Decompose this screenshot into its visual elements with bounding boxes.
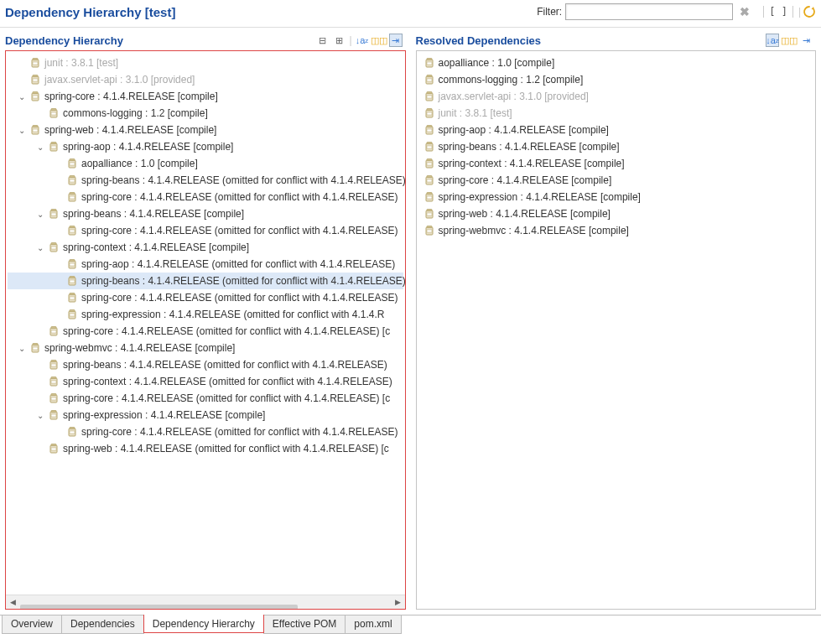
tree-row[interactable]: ⌄spring-core : 4.1.4.RELEASE [compile] — [8, 88, 403, 105]
expander-icon[interactable] — [53, 174, 65, 186]
filter-toolbar-icon[interactable]: ◫◫ — [782, 34, 796, 47]
link-icon[interactable]: ⇥ — [799, 34, 813, 47]
refresh-icon[interactable] — [803, 5, 816, 18]
tree-row[interactable]: ⌄spring-expression : 4.1.4.RELEASE [comp… — [8, 407, 403, 423]
expander-icon[interactable] — [34, 325, 46, 337]
tree-item-label: spring-core : 4.1.4.RELEASE (omitted for… — [81, 191, 398, 203]
tree-row[interactable]: commons-logging : 1.2 [compile] — [8, 105, 403, 122]
tree-item-label: spring-core : 4.1.4.RELEASE (omitted for… — [81, 426, 398, 438]
expander-icon[interactable] — [53, 275, 65, 287]
clear-filter-icon[interactable]: ✖ — [736, 5, 753, 18]
tree-row[interactable]: spring-core : 4.1.4.RELEASE (omitted for… — [8, 222, 403, 239]
list-item[interactable]: commons-logging : 1.2 [compile] — [418, 71, 814, 88]
tree-row[interactable]: ⌄spring-context : 4.1.4.RELEASE [compile… — [8, 239, 403, 256]
tree-row[interactable]: spring-core : 4.1.4.RELEASE (omitted for… — [8, 423, 403, 440]
tree-row[interactable]: spring-expression : 4.1.4.RELEASE (omitt… — [8, 306, 403, 323]
list-item-label: javax.servlet-api : 3.1.0 [provided] — [439, 91, 589, 102]
tree-row[interactable]: ⌄spring-webmvc : 4.1.4.RELEASE [compile] — [8, 340, 403, 356]
expander-icon[interactable] — [53, 426, 65, 438]
scroll-right-icon[interactable]: ▶ — [391, 595, 405, 610]
link-icon[interactable]: ⇥ — [389, 34, 403, 47]
jar-icon — [29, 57, 41, 69]
tree-row[interactable]: spring-aop : 4.1.4.RELEASE (omitted for … — [8, 256, 403, 273]
list-item[interactable]: spring-web : 4.1.4.RELEASE [compile] — [418, 205, 814, 222]
list-item[interactable]: spring-core : 4.1.4.RELEASE [compile] — [418, 172, 814, 189]
expander-icon[interactable]: ⌄ — [34, 409, 46, 421]
collapse-all-icon[interactable]: ⊟ — [315, 34, 329, 47]
tree-row[interactable]: ⌄spring-web : 4.1.4.RELEASE [compile] — [8, 122, 403, 138]
tree-row[interactable]: spring-beans : 4.1.4.RELEASE (omitted fo… — [8, 356, 403, 373]
expander-icon[interactable]: ⌄ — [16, 342, 28, 354]
expand-all-icon[interactable]: ⊞ — [332, 34, 346, 47]
tree-row[interactable]: aopalliance : 1.0 [compile] — [8, 155, 403, 172]
tree-row[interactable]: spring-web : 4.1.4.RELEASE (omitted for … — [8, 440, 403, 457]
jar-icon — [423, 141, 435, 153]
expander-icon[interactable] — [53, 309, 65, 320]
list-item[interactable]: spring-aop : 4.1.4.RELEASE [compile] — [418, 122, 814, 138]
list-item[interactable]: aopalliance : 1.0 [compile] — [418, 55, 814, 71]
expander-icon[interactable] — [53, 191, 65, 203]
tab-dependencies[interactable]: Dependencies — [61, 615, 144, 634]
resolved-dependencies-panel: Resolved Dependencies ↓az ◫◫ ⇥ aopallian… — [416, 33, 817, 610]
expander-icon[interactable] — [53, 292, 65, 304]
list-item[interactable]: spring-beans : 4.1.4.RELEASE [compile] — [418, 138, 814, 155]
expander-icon[interactable] — [16, 74, 28, 86]
list-item[interactable]: spring-context : 4.1.4.RELEASE [compile] — [418, 155, 814, 172]
tab-overview[interactable]: Overview — [2, 615, 62, 634]
jar-icon — [48, 409, 60, 421]
jar-icon — [29, 124, 41, 136]
left-tree-body[interactable]: junit : 3.8.1 [test]javax.servlet-api : … — [5, 50, 406, 610]
jar-icon — [48, 141, 60, 153]
jar-icon — [423, 191, 435, 203]
expander-icon[interactable]: ⌄ — [34, 208, 46, 220]
expander-icon[interactable]: ⌄ — [16, 91, 28, 102]
filter-toolbar-icon[interactable]: ◫◫ — [372, 34, 386, 47]
tree-item-label: javax.servlet-api : 3.1.0 [provided] — [44, 74, 195, 86]
tree-row[interactable]: spring-core : 4.1.4.RELEASE (omitted for… — [8, 289, 403, 306]
tab-pom.xml[interactable]: pom.xml — [345, 615, 401, 634]
tree-item-label: spring-context : 4.1.4.RELEASE [compile] — [63, 242, 249, 253]
scrollbar-thumb[interactable] — [20, 605, 298, 610]
jar-icon — [66, 191, 78, 203]
expander-icon[interactable] — [34, 443, 46, 454]
tab-dependency-hierarchy[interactable]: Dependency Hierarchy — [143, 615, 264, 633]
expander-icon[interactable] — [34, 376, 46, 387]
expand-brackets-icon[interactable]: [ ] — [763, 6, 793, 18]
right-list-body[interactable]: aopalliance : 1.0 [compile]commons-loggi… — [416, 50, 817, 610]
tree-row[interactable]: ⌄spring-beans : 4.1.4.RELEASE [compile] — [8, 205, 403, 222]
list-item[interactable]: spring-expression : 4.1.4.RELEASE [compi… — [418, 189, 814, 205]
expander-icon[interactable] — [53, 225, 65, 236]
expander-icon[interactable]: ⌄ — [34, 242, 46, 253]
tree-row[interactable]: spring-beans : 4.1.4.RELEASE (omitted fo… — [8, 273, 403, 289]
expander-icon[interactable] — [53, 258, 65, 270]
tree-row[interactable]: javax.servlet-api : 3.1.0 [provided] — [8, 71, 403, 88]
expander-icon[interactable] — [34, 392, 46, 404]
expander-icon[interactable]: ⌄ — [34, 141, 46, 153]
expander-icon[interactable] — [34, 107, 46, 119]
expander-icon[interactable] — [16, 57, 28, 69]
tree-item-label: spring-context : 4.1.4.RELEASE (omitted … — [63, 376, 392, 387]
list-item[interactable]: junit : 3.8.1 [test] — [418, 105, 814, 122]
sort-icon[interactable]: ↓az — [766, 34, 779, 47]
tree-item-label: aopalliance : 1.0 [compile] — [81, 158, 198, 169]
sort-icon[interactable]: ↓az — [356, 34, 369, 47]
tree-row[interactable]: spring-context : 4.1.4.RELEASE (omitted … — [8, 373, 403, 390]
tree-row[interactable]: spring-core : 4.1.4.RELEASE (omitted for… — [8, 189, 403, 205]
scroll-left-icon[interactable]: ◀ — [6, 595, 20, 610]
filter-input[interactable] — [565, 3, 733, 20]
tab-effective-pom[interactable]: Effective POM — [263, 615, 346, 634]
expander-icon[interactable]: ⌄ — [16, 124, 28, 136]
tree-row[interactable]: spring-beans : 4.1.4.RELEASE (omitted fo… — [8, 172, 403, 189]
tree-item-label: spring-aop : 4.1.4.RELEASE (omitted for … — [81, 258, 395, 270]
tree-row[interactable]: junit : 3.8.1 [test] — [8, 55, 403, 71]
list-item[interactable]: javax.servlet-api : 3.1.0 [provided] — [418, 88, 814, 105]
tree-row[interactable]: ⌄spring-aop : 4.1.4.RELEASE [compile] — [8, 138, 403, 155]
jar-icon — [48, 208, 60, 220]
tree-row[interactable]: spring-core : 4.1.4.RELEASE (omitted for… — [8, 323, 403, 340]
tree-row[interactable]: spring-core : 4.1.4.RELEASE (omitted for… — [8, 390, 403, 407]
horizontal-scrollbar[interactable]: ◀ ▶ — [6, 595, 405, 609]
jar-icon — [48, 242, 60, 253]
expander-icon[interactable] — [53, 158, 65, 169]
expander-icon[interactable] — [34, 359, 46, 371]
list-item[interactable]: spring-webmvc : 4.1.4.RELEASE [compile] — [418, 222, 814, 239]
